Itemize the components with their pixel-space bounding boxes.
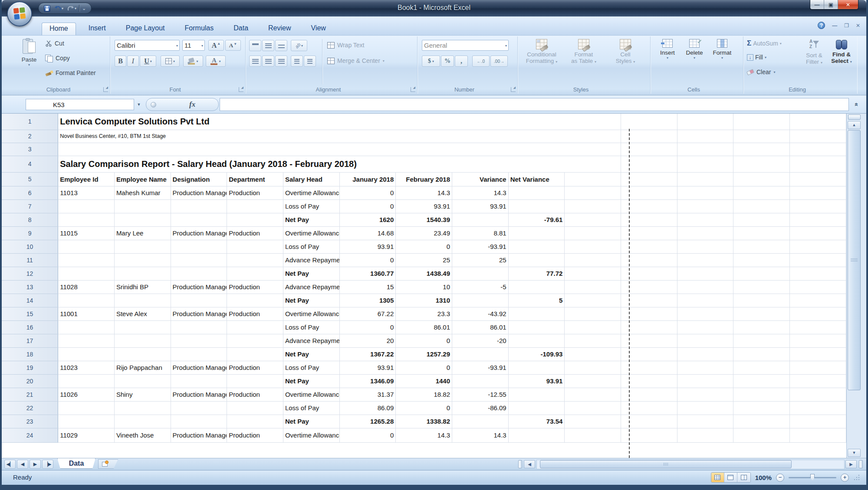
cell[interactable] xyxy=(565,361,621,374)
cell[interactable] xyxy=(733,172,790,186)
vertical-split-handle[interactable] xyxy=(848,114,861,120)
cell[interactable] xyxy=(227,240,283,253)
merge-center-button[interactable]: Merge & Center ▾ xyxy=(327,57,385,64)
tab-view[interactable]: View xyxy=(304,23,333,35)
number-format-combo[interactable]: General▾ xyxy=(422,40,509,51)
row-number-1[interactable]: 1 xyxy=(2,114,58,130)
cell[interactable] xyxy=(565,199,621,213)
cell[interactable] xyxy=(790,213,846,226)
page-break-view-button[interactable] xyxy=(737,473,750,482)
cell[interactable] xyxy=(508,186,565,199)
cell[interactable]: -79.61 xyxy=(508,213,565,226)
cell[interactable] xyxy=(58,334,115,347)
cell[interactable] xyxy=(677,374,733,388)
minimize-button[interactable]: — xyxy=(810,0,824,10)
cell[interactable] xyxy=(565,114,621,130)
scroll-up-button[interactable]: ▲ xyxy=(848,121,861,129)
cell[interactable]: Production Manager xyxy=(171,428,227,442)
expand-formula-bar-button[interactable]: « xyxy=(851,99,864,110)
cell[interactable] xyxy=(565,226,621,240)
cell[interactable] xyxy=(171,253,227,267)
cell[interactable]: Production Manager xyxy=(171,186,227,199)
scroll-right-button[interactable]: ▶ xyxy=(845,460,857,468)
cell[interactable]: 77.72 xyxy=(508,267,565,280)
cell[interactable]: Overtime Allowance xyxy=(283,226,339,240)
increase-decimal-button[interactable]: ←.0 xyxy=(472,56,490,67)
cell[interactable]: 0 xyxy=(339,253,396,267)
horizontal-scrollbar-thumb[interactable] xyxy=(540,460,792,468)
cell[interactable]: Employee Name xyxy=(114,172,171,186)
cell[interactable]: Production Manager xyxy=(171,226,227,240)
cell[interactable] xyxy=(677,172,733,186)
cell[interactable]: Loss of Pay xyxy=(283,199,339,213)
cell[interactable] xyxy=(790,253,846,267)
cell[interactable]: 0 xyxy=(396,334,452,347)
row-number-24[interactable]: 24 xyxy=(2,428,58,442)
row-number-9[interactable]: 9 xyxy=(2,226,58,240)
underline-button[interactable]: U▾ xyxy=(140,56,156,67)
cell[interactable] xyxy=(790,388,846,401)
cell[interactable] xyxy=(733,294,790,307)
cell-styles-button[interactable]: CellStyles ▾ xyxy=(605,39,645,65)
cell[interactable] xyxy=(565,172,621,186)
cell[interactable]: 20 xyxy=(339,334,396,347)
cell[interactable]: Net Pay xyxy=(283,294,339,307)
fill-button[interactable]: ↓ Fill▾ xyxy=(747,54,766,61)
cell[interactable] xyxy=(452,347,509,361)
row-number-15[interactable]: 15 xyxy=(2,307,58,320)
decrease-decimal-button[interactable]: .00→ xyxy=(490,56,508,67)
fill-color-button[interactable]: ▾ xyxy=(183,56,203,67)
cell[interactable]: 1440 xyxy=(396,374,452,388)
cell[interactable]: 5 xyxy=(508,294,565,307)
cell[interactable] xyxy=(227,253,283,267)
cell[interactable] xyxy=(790,294,846,307)
cell[interactable] xyxy=(790,114,846,130)
cell[interactable] xyxy=(677,347,733,361)
number-dialog-launcher[interactable] xyxy=(511,87,516,92)
cell[interactable] xyxy=(171,374,227,388)
cell[interactable] xyxy=(58,347,115,361)
cell[interactable] xyxy=(790,280,846,294)
first-sheet-button[interactable]: ◀▏ xyxy=(4,460,16,469)
cell[interactable]: 93.91 xyxy=(452,199,509,213)
cell[interactable]: -93.91 xyxy=(452,240,509,253)
row-number-5[interactable]: 5 xyxy=(2,172,58,186)
cell[interactable]: Shiny xyxy=(114,388,171,401)
cell[interactable] xyxy=(114,347,171,361)
cell[interactable]: Production Manager xyxy=(171,388,227,401)
cell[interactable]: Novel Business Center, #10, BTM 1st Stag… xyxy=(58,130,565,143)
cell[interactable] xyxy=(790,186,846,199)
cell[interactable] xyxy=(452,415,509,428)
cell[interactable] xyxy=(171,415,227,428)
cell[interactable] xyxy=(565,213,621,226)
cell[interactable] xyxy=(733,347,790,361)
cell[interactable]: 73.54 xyxy=(508,415,565,428)
cell[interactable]: Production xyxy=(227,186,283,199)
cell[interactable]: 14.3 xyxy=(452,186,509,199)
cell[interactable]: 11001 xyxy=(58,307,115,320)
horizontal-split-handle-right[interactable] xyxy=(859,460,863,468)
row-number-21[interactable]: 21 xyxy=(2,388,58,401)
cell[interactable] xyxy=(171,320,227,334)
cell[interactable] xyxy=(790,156,846,172)
cell[interactable] xyxy=(790,320,846,334)
cell[interactable] xyxy=(114,240,171,253)
align-center-button[interactable] xyxy=(262,56,274,67)
cell[interactable] xyxy=(677,186,733,199)
cell[interactable] xyxy=(790,199,846,213)
cell[interactable] xyxy=(565,143,621,156)
cell[interactable]: 67.22 xyxy=(339,307,396,320)
cell[interactable] xyxy=(733,320,790,334)
normal-view-button[interactable] xyxy=(711,473,724,482)
clear-button[interactable]: Clear▾ xyxy=(747,69,775,75)
cell[interactable] xyxy=(565,401,621,415)
cell[interactable] xyxy=(677,388,733,401)
cell[interactable] xyxy=(677,307,733,320)
cell[interactable] xyxy=(677,130,733,143)
row-number-13[interactable]: 13 xyxy=(2,280,58,294)
cell[interactable] xyxy=(790,307,846,320)
cell[interactable]: Srinidhi BP xyxy=(114,280,171,294)
cell[interactable]: Rijo Pappachan xyxy=(114,361,171,374)
sheet-tab-data[interactable]: Data xyxy=(57,458,95,469)
cell[interactable] xyxy=(508,199,565,213)
